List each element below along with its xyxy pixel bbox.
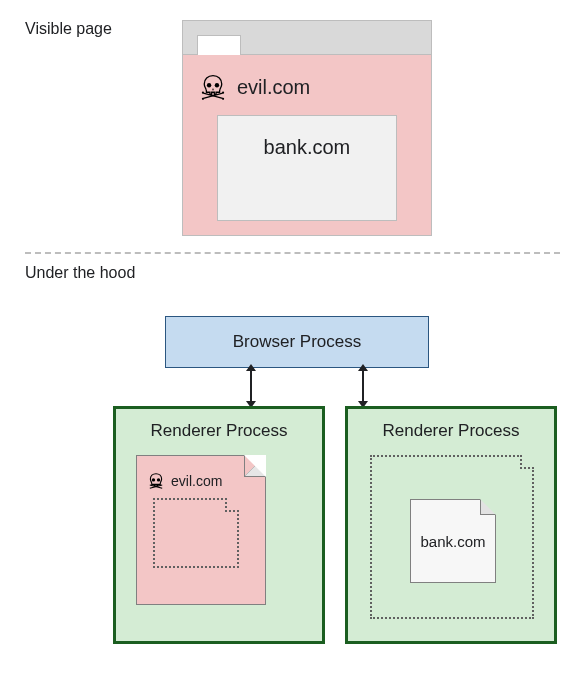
renderer-title: Renderer Process [126, 421, 312, 441]
embedded-iframe: bank.com [217, 115, 397, 221]
under-the-hood-diagram: Browser Process Renderer Process evil.co… [25, 286, 560, 646]
browser-page: evil.com bank.com [183, 55, 431, 235]
evil-page-header: evil.com [199, 73, 417, 101]
skull-icon [199, 73, 227, 101]
renderer-process-bank: Renderer Process bank.com [345, 406, 557, 644]
page-fold-icon [244, 455, 266, 477]
evil-document-icon: evil.com [136, 455, 266, 605]
page-fold-icon [520, 455, 534, 469]
browser-process-box: Browser Process [165, 316, 429, 368]
under-the-hood-label: Under the hood [25, 264, 560, 282]
iframe-domain-label: bank.com [264, 136, 351, 159]
svg-point-9 [157, 478, 160, 481]
page-fold-icon [480, 499, 496, 515]
page-fold-icon [225, 498, 239, 512]
section-divider [25, 252, 560, 254]
svg-point-8 [152, 478, 155, 481]
evil-doc-label: evil.com [171, 473, 222, 489]
svg-point-0 [207, 83, 211, 87]
svg-point-5 [202, 98, 204, 100]
browser-tab-bar [183, 21, 431, 55]
top-section: Visible page evil.com bank.com [25, 20, 560, 236]
browser-process-label: Browser Process [233, 332, 361, 352]
arrow-right [362, 370, 364, 402]
arrow-left [250, 370, 252, 402]
svg-point-4 [202, 92, 204, 94]
svg-point-1 [215, 83, 219, 87]
renderer-process-evil: Renderer Process evil.com [113, 406, 325, 644]
iframe-placeholder [153, 498, 239, 568]
visible-page-label: Visible page [25, 20, 112, 38]
svg-point-7 [222, 98, 224, 100]
bank-doc-label: bank.com [420, 533, 485, 550]
svg-point-6 [222, 92, 224, 94]
skull-icon [147, 472, 165, 490]
bank-document-icon: bank.com [410, 499, 496, 583]
evil-domain-label: evil.com [237, 76, 310, 99]
browser-window: evil.com bank.com [182, 20, 432, 236]
renderer-title: Renderer Process [358, 421, 544, 441]
browser-tab [197, 35, 241, 55]
